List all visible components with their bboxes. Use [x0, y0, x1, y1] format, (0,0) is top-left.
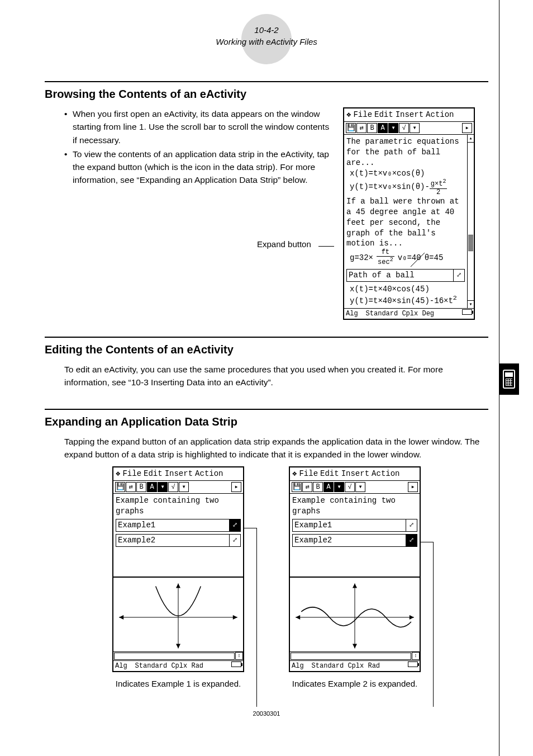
menu-insert[interactable]: Insert	[396, 110, 423, 120]
expand-icon[interactable]: ⤢	[229, 535, 240, 546]
expand-icon[interactable]: ⤢	[453, 270, 464, 281]
math-icon[interactable]: √	[399, 123, 409, 133]
divider	[45, 337, 488, 338]
text-icon[interactable]: A	[147, 482, 157, 492]
scroll-track[interactable]	[468, 143, 474, 300]
dropdown-icon[interactable]: ▾	[334, 482, 344, 492]
calc-upper-body: Example containing two graphs Example1 ⤢…	[290, 494, 420, 577]
resize-icon[interactable]: ↕	[235, 652, 243, 660]
expand-toolbar-icon[interactable]: ▸	[462, 123, 472, 133]
expand-toolbar-icon[interactable]: ▸	[408, 482, 418, 492]
menu-action[interactable]: Action	[195, 469, 223, 479]
g-den: sec	[378, 258, 390, 266]
editing-body: To edit an eActivity, you can use the sa…	[45, 363, 488, 389]
menu-edit[interactable]: Edit	[144, 469, 163, 479]
menu-edit[interactable]: Edit	[374, 110, 393, 120]
connector-line	[256, 528, 257, 707]
list-item: To view the contents of an application d…	[64, 148, 332, 187]
clover-icon[interactable]: ❖	[346, 110, 351, 120]
expand-icon[interactable]: ⤢	[229, 519, 240, 531]
dropdown2-icon[interactable]: ▾	[355, 482, 365, 492]
scroll-thumb[interactable]	[468, 234, 473, 251]
calc-lower-window: ↕	[290, 577, 420, 660]
bold-icon[interactable]: B	[313, 482, 323, 492]
save-icon[interactable]: 💾	[292, 482, 302, 492]
eq-y-sup: 2	[442, 178, 446, 185]
svg-marker-4	[119, 615, 123, 620]
eq-y2-sup: 2	[453, 294, 457, 302]
data-strip-1[interactable]: Example1 ⤢	[116, 519, 241, 532]
menu-insert[interactable]: Insert	[165, 469, 193, 479]
save-icon[interactable]: 💾	[115, 482, 125, 492]
resize-icon[interactable]: ↕	[412, 652, 420, 660]
callout-arrow-icon	[411, 250, 427, 267]
bold-icon[interactable]: B	[367, 123, 377, 133]
caption-left: Indicates Example 1 is expanded.	[112, 679, 244, 688]
menu-file[interactable]: File	[353, 110, 372, 120]
data-strip-2[interactable]: Example2 ⤢	[292, 534, 417, 547]
battery-icon	[231, 662, 241, 667]
svg-marker-12	[353, 644, 357, 649]
scroll-down-icon[interactable]: ▾	[468, 300, 474, 308]
menu-action[interactable]: Action	[426, 110, 454, 120]
status-mode: Alg	[346, 309, 358, 318]
scrollbar[interactable]: ▴ ▾	[467, 135, 474, 308]
graph-toolbar: ↕	[290, 651, 420, 660]
strip-label: Example1	[293, 519, 406, 531]
tool-icon[interactable]: ⇄	[126, 482, 136, 492]
tool-icon[interactable]: ⇄	[356, 123, 367, 133]
status-setting: Standard Cplx Deg	[366, 309, 434, 318]
dropdown2-icon[interactable]: ▾	[410, 123, 420, 133]
section-title-browsing: Browsing the Contents of an eActivity	[45, 88, 488, 101]
text-icon[interactable]: A	[378, 123, 388, 133]
dropdown-icon[interactable]: ▾	[158, 482, 168, 492]
expand-icon[interactable]: ⤢	[406, 519, 417, 531]
side-tab-calculator-icon[interactable]	[499, 363, 519, 395]
math-icon[interactable]: √	[345, 482, 355, 492]
tool-icon[interactable]: ⇄	[302, 482, 312, 492]
eq-y-prefix: y(t)=t×v₀×sin(θ)-	[350, 183, 430, 192]
g-prefix: g=32×	[350, 253, 373, 263]
svg-marker-6	[176, 644, 180, 649]
calc-toolbar: 💾 ⇄ B A ▾ √ ▾ ▸	[290, 481, 420, 494]
bold-icon[interactable]: B	[136, 482, 146, 492]
status-mode: Alg	[292, 662, 304, 670]
strip-label: Path of a ball	[347, 270, 453, 281]
menu-edit[interactable]: Edit	[320, 469, 339, 479]
graph-input[interactable]	[291, 653, 411, 660]
calc-menubar: ❖ File Edit Insert Action	[290, 467, 420, 481]
svg-marker-11	[353, 584, 357, 588]
calc-toolbar: 💾 ⇄ B A ▾ √ ▾ ▸	[113, 481, 243, 494]
menu-file[interactable]: File	[299, 469, 318, 479]
clover-icon[interactable]: ❖	[116, 469, 120, 479]
status-mode: Alg	[115, 662, 127, 670]
math-icon[interactable]: √	[168, 482, 178, 492]
data-strip-2[interactable]: Example2 ⤢	[116, 534, 241, 547]
divider	[45, 409, 488, 410]
menu-insert[interactable]: Insert	[341, 469, 369, 479]
menu-action[interactable]: Action	[372, 469, 399, 479]
status-bar: Alg Standard Cplx Rad	[290, 660, 420, 671]
equation-x: x(t)=t×v₀×cos(θ)	[346, 168, 465, 179]
section-title-editing: Editing the Contents of an eActivity	[45, 343, 488, 356]
strip-label: Example2	[116, 535, 229, 546]
svg-marker-10	[296, 615, 300, 620]
menu-file[interactable]: File	[122, 469, 141, 479]
g-num: ft	[377, 249, 394, 257]
dropdown2-icon[interactable]: ▾	[179, 482, 189, 492]
body-text2: If a ball were thrown at a 45 degree ang…	[346, 196, 465, 249]
caption-right: Indicates Example 2 is expanded.	[289, 679, 421, 688]
graph-input[interactable]	[114, 653, 235, 660]
save-icon[interactable]: 💾	[346, 123, 356, 133]
scroll-up-icon[interactable]: ▴	[468, 135, 474, 143]
text-icon[interactable]: A	[323, 482, 334, 492]
expand-icon[interactable]: ⤢	[406, 535, 417, 546]
data-strip[interactable]: Path of a ball ⤢	[346, 269, 465, 282]
calc-menubar: ❖ File Edit Insert Action	[113, 467, 243, 481]
clover-icon[interactable]: ❖	[292, 469, 297, 479]
expand-toolbar-icon[interactable]: ▸	[231, 482, 241, 492]
eq-y-num: g×t	[431, 180, 443, 188]
dropdown-icon[interactable]: ▾	[388, 123, 398, 133]
data-strip-1[interactable]: Example1 ⤢	[292, 519, 417, 532]
page-subtitle: Working with eActivity Files	[45, 36, 488, 48]
